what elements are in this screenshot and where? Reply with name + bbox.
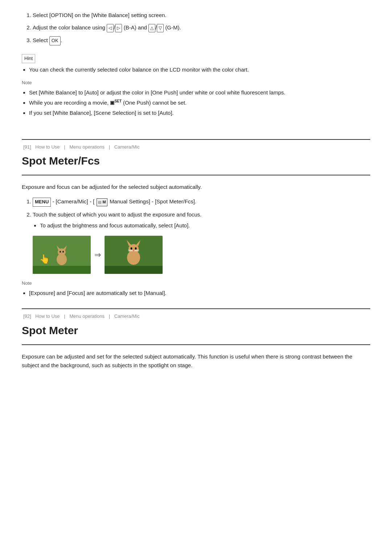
section91-bottom-divider [22,175,370,175]
hint-list: You can check the currently selected col… [29,65,370,74]
svg-marker-2 [57,246,60,250]
step-1-text: Select [OPTION] on the [White Balance] s… [33,12,167,18]
note-label-91: Note [22,280,370,287]
set-icon: ▣SET [110,98,121,107]
hint-item-1: You can check the currently selected col… [29,65,370,74]
section91-cat2: Camera/Mic [114,144,140,150]
section92-bottom-divider [22,344,370,345]
manual-settings-label: Manual Settings [110,198,149,204]
section91-top-divider [22,139,370,140]
section92-top-divider [22,308,370,309]
section92-cat1: Menu operations [69,313,105,319]
step-3: Select OK. [33,36,370,45]
section91-title: Spot Meter/Fcs [22,152,370,171]
section91-cat1: Menu operations [69,144,105,150]
section91-breadcrumb: [91] How to Use | Menu operations | Came… [22,143,370,151]
svg-point-5 [62,251,64,253]
note-list-top: Set [White Balance] to [Auto] or adjust … [29,88,370,117]
svg-point-6 [61,253,62,254]
section92-title: Spot Meter [22,322,370,341]
note-item-1: Set [White Balance] to [Auto] or adjust … [29,88,370,97]
top-section: Select [OPTION] on the [White Balance] s… [22,11,370,128]
step-1: Select [OPTION] on the [White Balance] s… [33,11,370,20]
left-arrow-key: ◁ [107,24,114,32]
section91-sep2: | [109,144,110,150]
section91-body: Exposure and focus can be adjusted for t… [22,183,370,297]
cat-silhouette-before [51,242,73,267]
section92-breadcrumb: [92] How to Use | Menu operations | Came… [22,313,370,320]
note-item-2: While you are recording a movie, ▣SET (O… [29,98,370,107]
note-item-3: If you set [White Balance], [Scene Selec… [29,109,370,117]
svg-marker-3 [63,246,67,250]
note-91-item-1: [Exposure] and [Focus] are automatically… [29,289,370,297]
section91-section: How to Use [35,144,60,150]
step-2: Adjust the color balance using ◁/▷ (B-A)… [33,23,370,32]
section91-sub-bullets: To adjust the brightness and focus autom… [40,221,370,230]
section91-num: [91] [23,144,31,150]
right-arrow-key: ▷ [115,24,122,32]
section92-body: Exposure can be adjusted and set for the… [22,352,370,370]
svg-marker-10 [136,240,140,246]
section91-sep1: | [64,144,65,150]
section91-sub-bullet-1: To adjust the brightness and focus autom… [40,221,370,230]
menu-key-icon: MENU [33,198,51,207]
section91-steps: MENU - [Camera/Mic] - [ ▤ M Manual Setti… [33,197,370,230]
cat-images-row: 👆 ⇒ [33,236,370,274]
section91-step-1: MENU - [Camera/Mic] - [ ▤ M Manual Setti… [33,197,370,207]
section91-intro: Exposure and focus can be adjusted for t… [22,183,370,191]
ok-button-label: OK [49,36,61,45]
up-arrow-key: △ [148,24,155,32]
cat-silhouette-after [119,236,148,267]
svg-point-12 [135,247,137,250]
note-list-91: [Exposure] and [Focus] are automatically… [29,289,370,297]
hint-label: Hint [22,54,35,63]
cat-image-after [105,236,163,274]
svg-point-13 [133,250,134,251]
section92-num: [92] [23,313,31,319]
arrow-between-images: ⇒ [94,248,101,261]
manual-settings-icon: ▤ M [97,198,107,206]
cat-image-before: 👆 [33,236,91,274]
top-steps: Select [OPTION] on the [White Balance] s… [33,11,370,45]
note-label-top: Note [22,79,370,87]
down-arrow-key: ▽ [157,24,164,32]
svg-point-11 [131,247,132,250]
section92-sep1: | [64,313,65,319]
section92-intro: Exposure can be adjusted and set for the… [22,352,370,370]
hand-cursor-icon: 👆 [39,252,50,266]
svg-point-4 [60,251,61,253]
svg-marker-9 [127,240,131,246]
section92-cat2: Camera/Mic [114,313,140,319]
section92-sep2: | [109,313,110,319]
section92-section: How to Use [35,313,60,319]
section91-step-2: Touch the subject of which you want to a… [33,210,370,230]
